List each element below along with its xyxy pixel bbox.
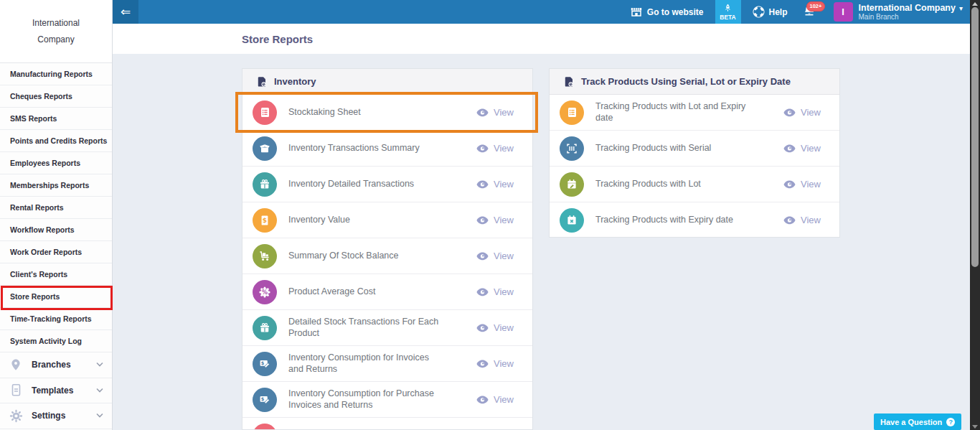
report-label: Stocktaking Sheet bbox=[288, 107, 361, 118]
view-button[interactable]: View bbox=[476, 179, 514, 190]
view-button[interactable]: View bbox=[476, 215, 514, 225]
report-row[interactable]: Tracking Products with Lot and Expiry da… bbox=[550, 95, 839, 131]
view-button[interactable]: View bbox=[476, 107, 514, 118]
eye-icon bbox=[476, 144, 489, 153]
sidebar-item-rental-reports[interactable]: Rental Reports bbox=[0, 197, 112, 219]
sidebar-item-time-tracking-reports[interactable]: Time-Tracking Reports bbox=[0, 308, 112, 330]
sidebar-item-label: Manufacturing Reports bbox=[10, 70, 93, 78]
chevron-down-icon bbox=[96, 388, 103, 393]
sidebar-item-points-and-credits-reports[interactable]: Points and Credits Reports bbox=[0, 130, 112, 152]
svg-text:$: $ bbox=[261, 360, 265, 366]
view-button[interactable]: View bbox=[476, 358, 514, 369]
report-row[interactable]: Tracking Products with Lot View bbox=[550, 167, 839, 202]
panel-title: Inventory bbox=[274, 76, 316, 87]
sidebar-item-client-s-reports[interactable]: Client's Reports bbox=[0, 263, 112, 286]
view-button[interactable]: View bbox=[783, 107, 821, 118]
sidebar-item-label: Cheques Reports bbox=[10, 92, 72, 101]
notification-count-badge: 102+ bbox=[806, 1, 826, 11]
view-label: View bbox=[494, 358, 514, 369]
sidebar-item-employees-reports[interactable]: Employees Reports bbox=[0, 152, 112, 174]
help-button[interactable]: Help bbox=[753, 6, 788, 18]
report-row[interactable]: % Product Average Cost View bbox=[242, 274, 532, 310]
report-row[interactable]: $ Inventory Consumption for Invoices and… bbox=[242, 346, 532, 382]
invoice-pen-icon: $ bbox=[253, 352, 277, 376]
beta-button[interactable]: BETA bbox=[715, 0, 741, 24]
report-file-icon bbox=[257, 76, 267, 88]
sidebar-group-templates[interactable]: Templates bbox=[0, 378, 112, 404]
question-mark-icon: ? bbox=[946, 418, 955, 426]
company-menu[interactable]: International Company▾ Main Branch bbox=[859, 3, 963, 21]
sidebar-item-manufacturing-reports[interactable]: Manufacturing Reports bbox=[0, 63, 112, 85]
calendar-pencil-icon bbox=[560, 172, 584, 197]
scroll-up-button[interactable] bbox=[970, 0, 980, 7]
sidebar-group-label: Settings bbox=[32, 411, 96, 421]
eye-icon bbox=[783, 216, 796, 225]
view-button[interactable]: View bbox=[783, 215, 821, 225]
report-row[interactable]: Summary Of Stock Balance View bbox=[242, 238, 532, 274]
view-button[interactable]: View bbox=[476, 143, 514, 154]
chevron-down-icon: ▾ bbox=[959, 4, 963, 12]
invoice-pen-icon: $ bbox=[253, 388, 277, 412]
svg-text:$: $ bbox=[263, 217, 267, 224]
view-button[interactable]: View bbox=[783, 143, 821, 154]
sidebar-item-cheques-reports[interactable]: Cheques Reports bbox=[0, 85, 112, 108]
report-label: Inventory Value bbox=[288, 215, 350, 226]
vertical-scrollbar bbox=[970, 0, 980, 430]
sidebar-group-label: Templates bbox=[32, 385, 96, 396]
go-to-website-button[interactable]: Go to website bbox=[630, 6, 704, 17]
sidebar-group-settings[interactable]: Settings bbox=[0, 403, 112, 429]
sidebar-item-sms-reports[interactable]: SMS Reports bbox=[0, 108, 112, 130]
report-row[interactable]: View bbox=[242, 418, 532, 430]
view-label: View bbox=[494, 322, 514, 333]
view-label: View bbox=[494, 251, 514, 261]
eye-icon bbox=[476, 324, 489, 332]
sidebar-item-label: Memberships Reports bbox=[10, 181, 89, 190]
report-row[interactable]: Inventory Transactions Summary View bbox=[242, 131, 532, 167]
topbar: ⇐ Go to website BETA bbox=[113, 0, 970, 24]
sidebar-item-memberships-reports[interactable]: Memberships Reports bbox=[0, 174, 112, 197]
report-row[interactable]: Stocktaking Sheet View bbox=[242, 95, 532, 131]
sidebar-group-branches[interactable]: Branches bbox=[0, 352, 112, 378]
view-label: View bbox=[801, 107, 821, 118]
report-row[interactable]: Detailed Stock Transactions For Each Pro… bbox=[242, 310, 532, 346]
view-label: View bbox=[494, 107, 514, 118]
notifications-button[interactable]: 102+ bbox=[802, 4, 816, 21]
box-ribbon-icon bbox=[253, 316, 277, 340]
chevron-down-icon bbox=[96, 362, 103, 368]
svg-text:$: $ bbox=[261, 396, 265, 402]
view-label: View bbox=[494, 286, 514, 297]
eye-icon bbox=[476, 216, 489, 225]
view-button[interactable]: View bbox=[476, 286, 514, 297]
scrollbar-thumb[interactable] bbox=[971, 7, 979, 267]
scroll-down-button[interactable] bbox=[970, 423, 980, 430]
triangle-up-icon bbox=[972, 2, 978, 6]
view-label: View bbox=[801, 143, 821, 154]
view-button[interactable]: View bbox=[476, 251, 514, 261]
have-a-question-button[interactable]: Have a Question ? bbox=[874, 413, 961, 430]
sidebar-collapse-button[interactable]: ⇐ bbox=[113, 0, 138, 24]
eye-icon bbox=[476, 360, 489, 368]
report-row[interactable]: Inventory Detailed Transactions View bbox=[242, 167, 532, 202]
eye-icon bbox=[476, 396, 489, 404]
inventory-panel: Inventory Stocktaking Sheet View Invento… bbox=[242, 68, 533, 430]
lifebuoy-icon bbox=[753, 6, 765, 18]
view-label: View bbox=[494, 143, 514, 154]
view-button[interactable]: View bbox=[476, 322, 514, 333]
report-row[interactable]: $ Inventory Consumption for Purchase Inv… bbox=[242, 382, 532, 418]
dollar-doc-icon: $ bbox=[253, 208, 277, 233]
sidebar-item-label: Client's Reports bbox=[10, 270, 67, 279]
sidebar-item-workflow-reports[interactable]: Workflow Reports bbox=[0, 219, 112, 241]
report-row[interactable]: $ Inventory Value View bbox=[242, 202, 532, 238]
sidebar-item-work-order-reports[interactable]: Work Order Reports bbox=[0, 241, 112, 263]
view-label: View bbox=[801, 179, 821, 190]
avatar[interactable]: I bbox=[834, 2, 853, 22]
view-button[interactable]: View bbox=[476, 394, 514, 405]
file-icon bbox=[9, 383, 23, 398]
view-button[interactable]: View bbox=[783, 179, 821, 190]
report-label: Inventory Detailed Transactions bbox=[288, 179, 414, 190]
report-row[interactable]: Tracking Products with Serial View bbox=[550, 131, 839, 167]
report-row[interactable]: Tracking Products with Expiry date View bbox=[550, 202, 839, 238]
sidebar-item-store-reports[interactable]: Store Reports bbox=[0, 286, 112, 308]
sidebar-item-system-activity-log[interactable]: System Activity Log bbox=[0, 330, 112, 352]
sidebar-item-label: Employees Reports bbox=[10, 159, 80, 167]
